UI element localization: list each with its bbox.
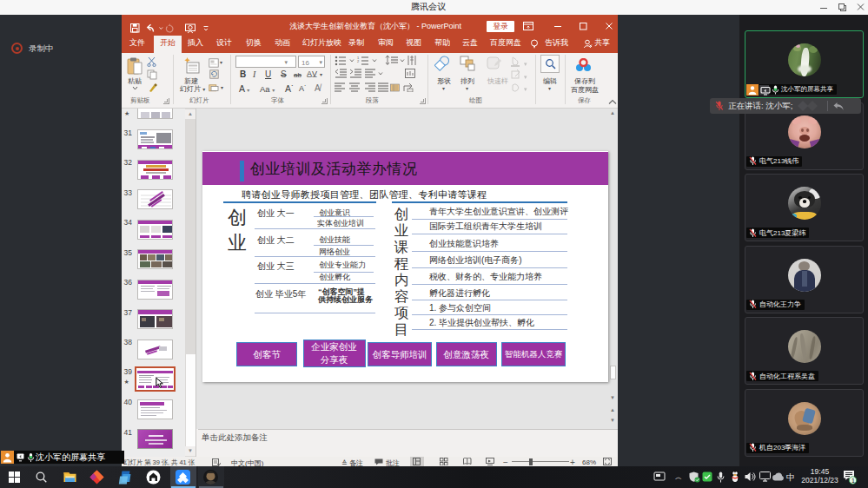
svg-text:1: 1 (851, 478, 855, 484)
svg-text:2: 2 (357, 59, 360, 63)
svg-text:▾: ▾ (524, 61, 527, 67)
svg-text:▾: ▾ (524, 86, 527, 92)
svg-text:▾: ▾ (524, 74, 527, 80)
